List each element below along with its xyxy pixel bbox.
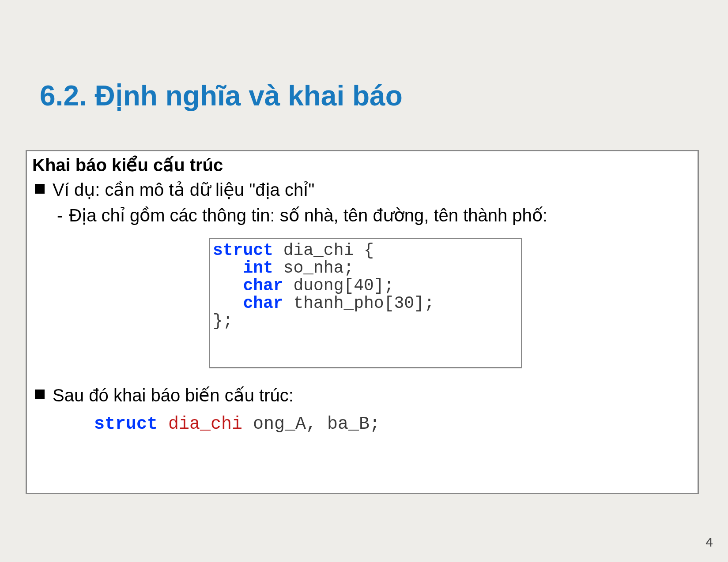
bullet-declare-vars-text: Sau đó khai báo biến cấu trúc: <box>53 383 294 407</box>
code-indent <box>213 294 243 313</box>
keyword-int: int <box>243 259 273 277</box>
dash-bullet-icon: - <box>57 203 63 227</box>
content-box: Khai báo kiểu cấu trúc Ví dụ: cần mô tả … <box>26 150 699 494</box>
keyword-char: char <box>243 276 283 295</box>
slide-title: 6.2. Định nghĩa và khai báo <box>40 79 403 112</box>
code-text: }; <box>213 311 233 330</box>
square-bullet-icon <box>35 184 45 194</box>
code-struct-definition: struct dia_chi { int so_nha; char duong[… <box>209 238 522 368</box>
bullet-example: Ví dụ: cần mô tả dữ liệu "địa chỉ" <box>32 178 692 202</box>
bullet-example-text: Ví dụ: cần mô tả dữ liệu "địa chỉ" <box>53 178 314 202</box>
bullet-address-fields-text: Địa chỉ gồm các thông tin: số nhà, tên đ… <box>69 203 547 227</box>
square-bullet-icon <box>35 390 45 399</box>
keyword-struct: struct <box>213 241 273 260</box>
code-text: duong[40]; <box>283 276 394 295</box>
keyword-char: char <box>243 294 283 313</box>
code-var-declaration: struct dia_chi ong_A, ba_B; <box>94 414 692 434</box>
page-number: 4 <box>705 535 713 550</box>
keyword-struct: struct <box>94 414 158 434</box>
code-text: dia_chi { <box>273 241 374 260</box>
bullet-address-fields: - Địa chỉ gồm các thông tin: số nhà, tên… <box>57 203 692 227</box>
type-name: dia_chi <box>158 414 242 434</box>
code-text: thanh_pho[30]; <box>283 294 434 313</box>
code-text: so_nha; <box>273 259 354 277</box>
decl-rest: ong_A, ba_B; <box>242 414 380 434</box>
code-indent <box>213 259 243 277</box>
code-indent <box>213 276 243 295</box>
bullet-declare-vars: Sau đó khai báo biến cấu trúc: <box>32 383 692 407</box>
section-header: Khai báo kiểu cấu trúc <box>32 155 692 175</box>
slide: 6.2. Định nghĩa và khai báo Khai báo kiể… <box>0 0 728 562</box>
